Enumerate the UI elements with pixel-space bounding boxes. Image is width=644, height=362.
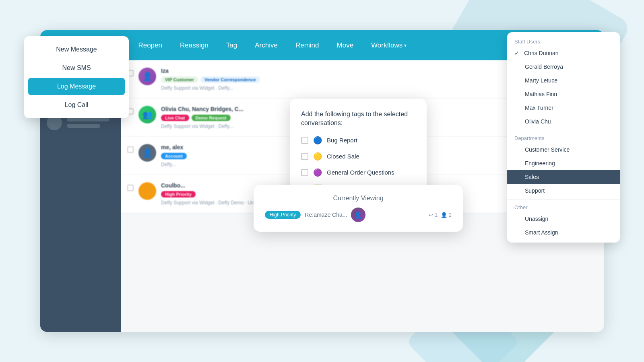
viewing-title: Currently Viewing [265, 195, 452, 202]
tag-vendor: Vendor Correspondence [200, 76, 260, 83]
workflows-button[interactable]: Workflows ▾ [364, 37, 414, 53]
log-call-option[interactable]: Log Call [24, 96, 129, 114]
avatar: 👤 [138, 144, 156, 162]
new-message-dropdown: New Message New SMS Log Message Log Call [24, 36, 129, 118]
viewing-dialog: Currently Viewing High Priority Re:amaze… [254, 185, 463, 232]
tag-high-priority: High Priority [161, 191, 196, 197]
tag-dialog-title: Add the following tags to the selected c… [301, 110, 415, 128]
archive-button[interactable]: Archive [248, 37, 285, 53]
reassign-item-mathias[interactable]: Mathias Finn [507, 87, 620, 101]
divider [507, 199, 620, 200]
viewing-subject: Re:amaze Cha... [305, 212, 347, 218]
reassign-item-smart-assign[interactable]: Smart Assign [507, 226, 620, 239]
viewing-tag: High Priority [265, 211, 301, 219]
staff-users-label: Staff Users [507, 35, 620, 46]
tag-checkbox-closed-sale[interactable] [301, 153, 308, 160]
tag-button[interactable]: Tag [219, 37, 244, 53]
reassign-item-gerald[interactable]: Gerald Berroya [507, 60, 620, 74]
viewing-avatar: 👤 [351, 208, 365, 222]
remind-button[interactable]: Remind [288, 37, 326, 53]
reassign-item-engineering[interactable]: Engineering [507, 156, 620, 170]
tag-vip: VIP Customer [161, 76, 198, 83]
avatar: 👤 [138, 68, 156, 85]
checkbox[interactable] [127, 185, 134, 191]
divider [507, 130, 620, 130]
closed-sale-icon: 🟡 [313, 152, 322, 161]
reassign-item-sales[interactable]: Sales [507, 170, 620, 184]
tag-checkbox-general-order[interactable] [301, 169, 308, 176]
tag-demo: Demo Request [192, 115, 231, 121]
reassign-item-customer-service[interactable]: Customer Service [507, 143, 620, 156]
new-sms-option[interactable]: New SMS [24, 59, 129, 77]
reassign-item-max[interactable]: Max Turner [507, 101, 620, 115]
list-item: 🔵 Bug Report [301, 136, 415, 145]
tag-label-closed-sale: Closed Sale [327, 153, 359, 160]
move-button[interactable]: Move [330, 37, 361, 53]
reassign-item-marty[interactable]: Marty Letuce [507, 74, 620, 87]
reassign-item-unassign[interactable]: Unassign [507, 212, 620, 226]
general-order-icon: 🟣 [313, 168, 322, 177]
sidebar-line [67, 124, 100, 128]
tag-checkbox-bug[interactable] [301, 137, 308, 144]
departments-label: Departments [507, 132, 620, 143]
new-message-option[interactable]: New Message [24, 40, 129, 59]
reassign-dropdown: Staff Users ✓ Chris Dunnan Gerald Berroy… [507, 32, 620, 243]
reassign-item-support[interactable]: Support [507, 184, 620, 197]
avatar: 👥 [138, 106, 156, 123]
tag-label-general-order: General Order Questions [327, 169, 394, 176]
tag-label-bug: Bug Report [327, 137, 357, 144]
reassign-item-chris[interactable]: ✓ Chris Dunnan [507, 46, 620, 60]
viewing-row: High Priority Re:amaze Cha... 👤 ↩ 1 👤 2 [265, 208, 452, 222]
reopen-button[interactable]: Reopen [131, 37, 169, 53]
list-item: 🟡 Closed Sale [301, 152, 415, 161]
reassign-item-olivia[interactable]: Olivia Chu [507, 115, 620, 128]
list-item: 🟣 General Order Questions [301, 168, 415, 177]
log-message-option[interactable]: Log Message [28, 78, 125, 95]
avatar: 👁 [138, 182, 156, 200]
tag-account: Account [161, 153, 187, 159]
eye-icon: 👁 [143, 187, 151, 196]
check-icon: ✓ [514, 50, 519, 56]
checkbox[interactable] [127, 146, 134, 153]
chevron-down-icon: ▾ [404, 43, 407, 48]
viewing-icons: ↩ 1 👤 2 [429, 212, 452, 218]
tag-live-chat: Live Chat [161, 115, 189, 121]
bug-icon: 🔵 [313, 136, 322, 145]
reassign-button[interactable]: Reassign [173, 37, 216, 53]
other-label: Other [507, 201, 620, 212]
